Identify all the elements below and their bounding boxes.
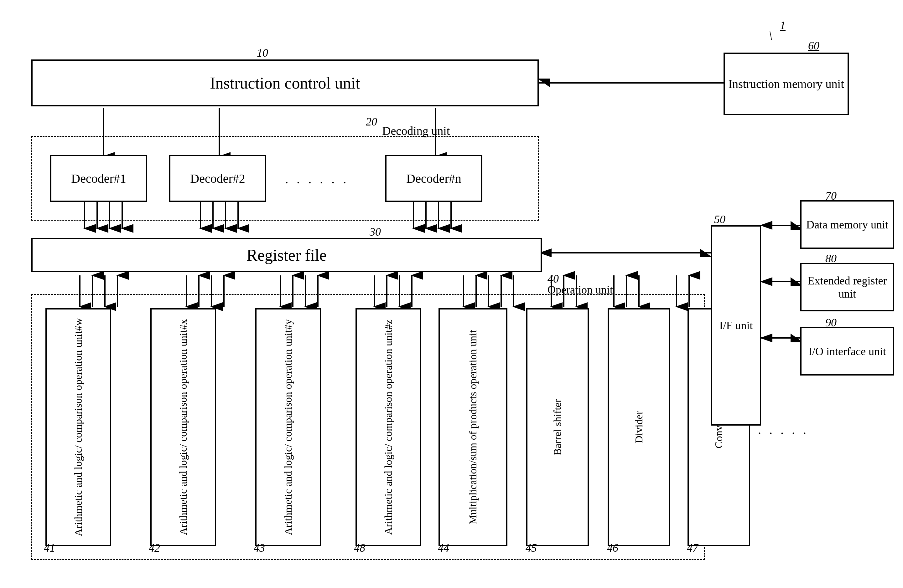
- ref-50: 50: [714, 213, 725, 226]
- mul-sum-box: Multiplication/sum of products operation…: [439, 308, 507, 546]
- ref-46: 46: [607, 541, 618, 555]
- extended-register-box: Extended register unit: [800, 263, 894, 311]
- alu-x-box: Arithmetic and logic/ comparison operati…: [150, 308, 216, 546]
- barrel-shifter-box: Barrel shifter: [526, 308, 589, 546]
- alu-y-box: Arithmetic and logic/ comparison operati…: [255, 308, 321, 546]
- ref-45: 45: [525, 541, 537, 555]
- ref-30: 30: [370, 225, 381, 238]
- ref-47: 47: [687, 541, 698, 555]
- ref-1: 1: [780, 19, 785, 32]
- operation-dots: . . . . .: [758, 422, 809, 437]
- decoder1-box: Decoder#1: [50, 155, 147, 202]
- ref-43: 43: [254, 541, 265, 555]
- alu-w-box: Arithmetic and logic/ comparison operati…: [46, 308, 111, 546]
- instruction-control-unit-box: Instruction control unit: [31, 60, 539, 107]
- ref-1-slash: /: [766, 28, 776, 42]
- ref-44: 44: [438, 541, 449, 555]
- ref-41: 41: [44, 541, 55, 555]
- ref-10: 10: [257, 46, 268, 60]
- decoding-unit-label: Decoding unit: [382, 124, 450, 138]
- register-file-box: Register file: [31, 238, 542, 272]
- decodern-box: Decoder#n: [385, 155, 482, 202]
- instruction-memory-unit-box: Instruction memory unit: [724, 53, 849, 115]
- if-unit-box: I/F unit: [711, 225, 761, 426]
- decoder2-box: Decoder#2: [169, 155, 266, 202]
- data-memory-box: Data memory unit: [800, 200, 894, 249]
- divider-box: Divider: [608, 308, 670, 546]
- ref-60: 60: [808, 39, 820, 52]
- ref-20: 20: [366, 115, 377, 128]
- diagram: 1 / 60 10 Instruction control unit Instr…: [0, 0, 903, 588]
- decoder-dots: . . . . . .: [285, 171, 349, 187]
- ref-42: 42: [149, 541, 160, 555]
- io-interface-box: I/O interface unit: [800, 327, 894, 376]
- alu-z-box: Arithmetic and logic/ comparison operati…: [356, 308, 421, 546]
- ref-48: 48: [354, 541, 365, 555]
